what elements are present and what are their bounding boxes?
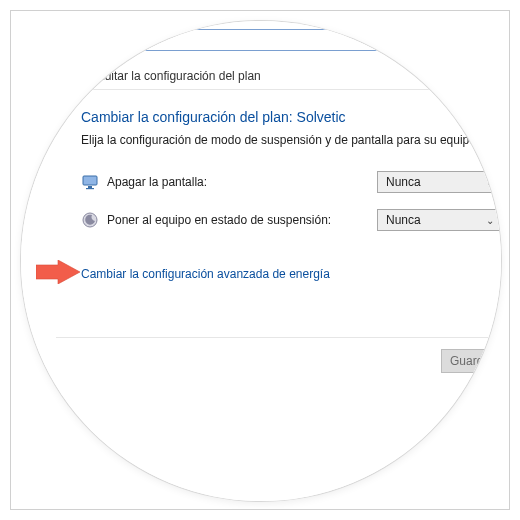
setting-row-display: Apagar la pantalla: Nunca ⌄ bbox=[81, 171, 501, 193]
outer-frame: rgía ❯ Editar la configuración del plan … bbox=[10, 10, 510, 510]
chevron-down-icon: ⌄ bbox=[486, 177, 494, 188]
window-content: rgía ❯ Editar la configuración del plan … bbox=[21, 21, 501, 501]
svg-rect-2 bbox=[86, 188, 94, 189]
sleep-label: Poner al equipo en estado de suspensión: bbox=[107, 213, 377, 227]
page-title: Cambiar la configuración del plan: Solve… bbox=[81, 109, 346, 125]
breadcrumb: rgía ❯ Editar la configuración del plan bbox=[56, 69, 261, 83]
sleep-value: Nunca bbox=[386, 213, 421, 227]
save-button-label: Guarda bbox=[450, 354, 490, 368]
annotation-arrow-icon bbox=[36, 260, 80, 284]
advanced-settings-link[interactable]: Cambiar la configuración avanzada de ene… bbox=[81, 267, 330, 281]
display-off-value: Nunca bbox=[386, 175, 421, 189]
page-subtitle: Elija la configuración de modo de suspen… bbox=[81, 133, 479, 147]
display-off-label: Apagar la pantalla: bbox=[107, 175, 377, 189]
divider-top bbox=[56, 89, 501, 90]
chevron-right-icon: ❯ bbox=[83, 71, 91, 81]
svg-marker-4 bbox=[36, 260, 80, 284]
breadcrumb-item-edit-plan[interactable]: Editar la configuración del plan bbox=[97, 69, 261, 83]
setting-row-sleep: Poner al equipo en estado de suspensión:… bbox=[81, 209, 501, 231]
divider-bottom bbox=[56, 337, 501, 338]
chevron-down-icon: ⌄ bbox=[486, 215, 494, 226]
display-off-dropdown[interactable]: Nunca ⌄ bbox=[377, 171, 501, 193]
save-changes-button: Guarda bbox=[441, 349, 501, 373]
circular-crop: rgía ❯ Editar la configuración del plan … bbox=[21, 21, 501, 501]
svg-rect-0 bbox=[83, 176, 97, 185]
svg-rect-1 bbox=[88, 186, 92, 188]
monitor-icon bbox=[81, 173, 99, 191]
moon-icon bbox=[81, 211, 99, 229]
breadcrumb-item-energy[interactable]: rgía bbox=[56, 69, 77, 83]
address-bar[interactable] bbox=[56, 29, 476, 51]
sleep-dropdown[interactable]: Nunca ⌄ bbox=[377, 209, 501, 231]
